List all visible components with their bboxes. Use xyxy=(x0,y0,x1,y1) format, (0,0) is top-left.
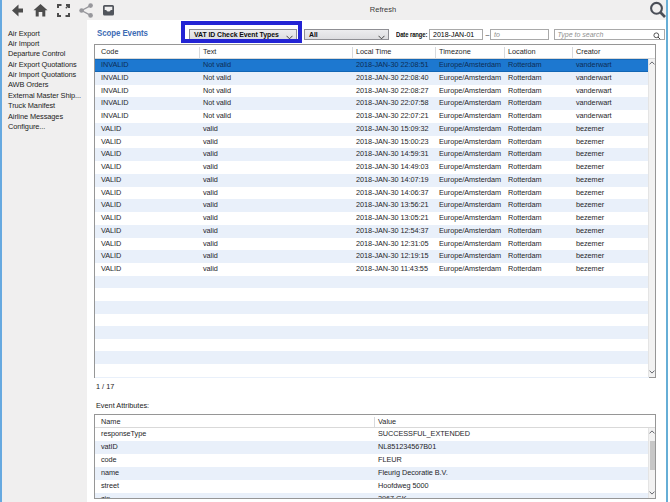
cell-timezone: Europe/Amsterdam xyxy=(439,212,501,225)
sidebar-item-airline-messages[interactable]: Airline Messages xyxy=(8,112,86,122)
back-icon[interactable] xyxy=(8,2,25,19)
cell-attribute-name: zip xyxy=(101,493,110,499)
attribute-row[interactable]: codeFLEUR xyxy=(95,454,649,467)
column-separator xyxy=(352,47,353,58)
event-row[interactable]: INVALIDNot valid2018-JAN-30 22:08:27Euro… xyxy=(95,85,649,98)
event-type-dropdown-value: VAT ID Check Event Types xyxy=(194,31,279,38)
cell-code: VALID xyxy=(101,136,121,149)
sidebar-item-air-export-quotations[interactable]: Air Export Quotations xyxy=(8,60,86,70)
attribute-row[interactable]: vatIDNL851234567B01 xyxy=(95,441,649,454)
cell-creator: bezemer xyxy=(576,161,604,174)
event-row[interactable]: VALIDvalid2018-JAN-30 15:00:23Europe/Ams… xyxy=(95,136,649,149)
event-row[interactable]: VALIDvalid2018-JAN-30 13:05:21Europe/Ams… xyxy=(95,212,649,225)
sidebar-item-air-import-quotations[interactable]: Air Import Quotations xyxy=(8,70,86,80)
attribute-row[interactable]: nameFleurig Decoratie B.V. xyxy=(95,467,649,480)
sidebar-item-external-master-ship[interactable]: External Master Ship... xyxy=(8,91,86,101)
event-row[interactable]: VALIDvalid2018-JAN-30 12:31:05Europe/Ams… xyxy=(95,238,649,251)
cell-location: Rotterdam xyxy=(508,187,542,200)
scroll-down-icon[interactable] xyxy=(649,368,656,377)
column-header-code[interactable]: Code xyxy=(101,45,118,59)
cell-local_time: 2018-JAN-30 22:07:21 xyxy=(356,110,428,123)
column-separator xyxy=(572,47,573,58)
cell-attribute-name: vatID xyxy=(101,441,118,454)
cell-timezone: Europe/Amsterdam xyxy=(439,174,501,187)
cell-local_time: 2018-JAN-30 15:09:32 xyxy=(356,123,428,136)
cell-code: INVALID xyxy=(101,97,129,110)
sidebar-item-truck-manifest[interactable]: Truck Manifest xyxy=(8,101,86,111)
scroll-down-icon[interactable] xyxy=(649,489,656,498)
inbox-icon[interactable] xyxy=(100,2,117,19)
fullscreen-icon[interactable] xyxy=(55,2,72,19)
events-table: CodeTextLocal TimeTimezoneLocationCreato… xyxy=(94,44,656,378)
column-header-timezone[interactable]: Timezone xyxy=(439,45,471,59)
cell-creator: bezemer xyxy=(576,212,604,225)
cell-creator: bezemer xyxy=(576,148,604,161)
cell-location: Rotterdam xyxy=(508,148,542,161)
sidebar-item-configure[interactable]: Configure... xyxy=(8,122,86,132)
event-row[interactable]: VALIDvalid2018-JAN-30 14:07:19Europe/Ams… xyxy=(95,174,649,187)
cell-location: Rotterdam xyxy=(508,110,542,123)
attribute-row[interactable]: responseTypeSUCCESSFUL_EXTENDED xyxy=(95,428,649,441)
event-row[interactable]: INVALIDNot valid2018-JAN-30 22:08:40Euro… xyxy=(95,72,649,85)
column-header-name[interactable]: Name xyxy=(101,415,120,428)
cell-location: Rotterdam xyxy=(508,263,542,276)
cell-creator: vanderwart xyxy=(576,85,612,98)
event-row[interactable]: VALIDvalid2018-JAN-30 12:19:15Europe/Ams… xyxy=(95,250,649,263)
event-row[interactable]: INVALIDNot valid2018-JAN-30 22:07:21Euro… xyxy=(95,110,649,123)
share-icon[interactable] xyxy=(78,2,95,19)
toolbar-search-icon[interactable] xyxy=(647,0,669,20)
date-to-input[interactable]: to xyxy=(490,29,549,40)
sidebar-item-departure-control[interactable]: Departure Control xyxy=(8,49,86,59)
event-row[interactable]: VALIDvalid2018-JAN-30 14:59:31Europe/Ams… xyxy=(95,148,649,161)
cell-text: Not valid xyxy=(203,60,231,71)
cell-timezone: Europe/Amsterdam xyxy=(439,250,501,263)
event-row[interactable]: VALIDvalid2018-JAN-30 13:56:21Europe/Ams… xyxy=(95,199,649,212)
column-header-text[interactable]: Text xyxy=(203,45,216,59)
cell-code: VALID xyxy=(101,199,121,212)
event-type-dropdown[interactable]: VAT ID Check Event Types xyxy=(189,29,297,40)
sidebar-item-awb-orders[interactable]: AWB Orders xyxy=(8,80,86,90)
cell-text: valid xyxy=(203,123,218,136)
cell-code: VALID xyxy=(101,212,121,225)
events-table-scrollbar[interactable] xyxy=(648,59,656,377)
event-row[interactable]: VALIDvalid2018-JAN-30 14:49:03Europe/Ams… xyxy=(95,161,649,174)
search-input[interactable]: Type to search xyxy=(554,29,665,40)
refresh-button[interactable]: Refresh xyxy=(362,0,404,20)
column-header-local-time[interactable]: Local Time xyxy=(356,45,391,59)
chevron-down-icon xyxy=(378,33,385,43)
column-header-value[interactable]: Value xyxy=(378,415,396,428)
cell-local_time: 2018-JAN-30 14:07:19 xyxy=(356,174,428,187)
scroll-up-icon[interactable] xyxy=(649,428,656,437)
cell-code: INVALID xyxy=(101,85,129,98)
search-placeholder: Type to search xyxy=(558,31,604,38)
cell-attribute-value: FLEUR xyxy=(378,454,402,467)
attributes-table-scrollbar[interactable] xyxy=(648,428,656,498)
event-row[interactable]: VALIDvalid2018-JAN-30 15:09:32Europe/Ams… xyxy=(95,123,649,136)
event-row[interactable]: VALIDvalid2018-JAN-30 11:43:55Europe/Ams… xyxy=(95,263,649,276)
page-title: Scope Events xyxy=(97,28,148,38)
cell-local_time: 2018-JAN-30 14:06:37 xyxy=(356,187,428,200)
column-header-creator[interactable]: Creator xyxy=(576,45,600,59)
attribute-row[interactable]: streetHoofdweg 5000 xyxy=(95,480,649,493)
column-header-location[interactable]: Location xyxy=(508,45,536,59)
event-row[interactable]: VALIDvalid2018-JAN-30 14:06:37Europe/Ams… xyxy=(95,187,649,200)
cell-local_time: 2018-JAN-30 14:59:31 xyxy=(356,148,428,161)
event-row[interactable]: VALIDvalid2018-JAN-30 12:54:37Europe/Ams… xyxy=(95,225,649,238)
cell-timezone: Europe/Amsterdam xyxy=(439,238,501,251)
event-row-selected[interactable]: INVALIDNot valid2018-JAN-30 22:08:51Euro… xyxy=(95,59,649,72)
cell-creator: bezemer xyxy=(576,225,604,238)
event-row[interactable]: INVALIDNot valid2018-JAN-30 22:07:58Euro… xyxy=(95,97,649,110)
sidebar-item-air-export[interactable]: Air Export xyxy=(8,29,86,39)
scrollbar-thumb[interactable] xyxy=(650,441,656,470)
attribute-row[interactable]: zip2967 GK xyxy=(95,493,649,499)
cell-text: valid xyxy=(203,212,218,225)
column-separator xyxy=(374,417,375,427)
scope-dropdown[interactable]: All xyxy=(304,29,389,40)
cell-local_time: 2018-JAN-30 22:08:40 xyxy=(356,72,428,85)
sidebar-item-air-import[interactable]: Air Import xyxy=(8,39,86,49)
home-icon[interactable] xyxy=(32,2,49,19)
cell-code: VALID xyxy=(101,238,121,251)
scroll-up-icon[interactable] xyxy=(649,59,656,68)
date-from-input[interactable]: 2018-JAN-01 xyxy=(429,29,483,40)
cell-text: Not valid xyxy=(203,85,231,98)
